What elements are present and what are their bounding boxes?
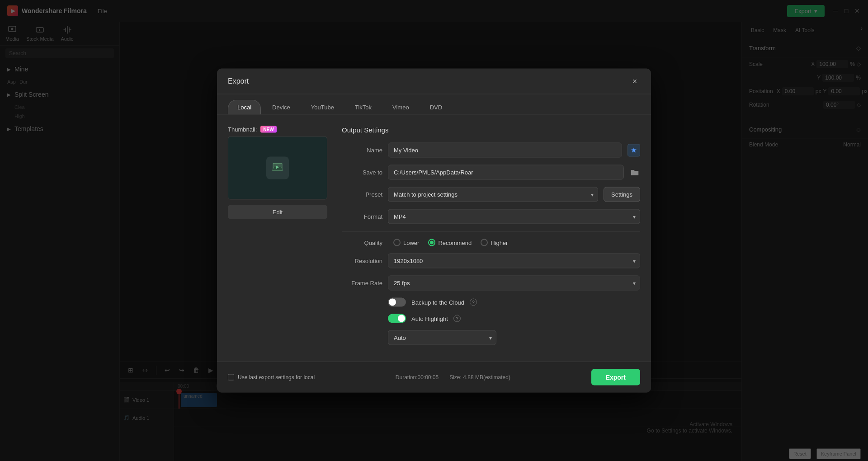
modal-body: Thumbnail: NEW Edit Output Settings Name — [217, 115, 651, 362]
name-label: Name — [342, 147, 382, 154]
quality-label: Quality — [342, 239, 382, 246]
save-to-row: Save to — [342, 165, 640, 180]
format-select-wrap: MP4 ▾ — [388, 209, 640, 224]
resolution-label: Resolution — [342, 258, 382, 264]
preset-select[interactable]: Match to project settings — [388, 187, 598, 202]
backup-cloud-knob — [389, 299, 396, 306]
higher-label: Higher — [491, 239, 508, 246]
thumbnail-label-row: Thumbnail: NEW — [228, 126, 327, 133]
radio-higher[interactable] — [481, 239, 488, 246]
save-to-label: Save to — [342, 169, 382, 176]
export-final-button[interactable]: Export — [591, 369, 640, 386]
thumbnail-icon — [266, 157, 289, 179]
last-settings-label: Use last export settings for local — [238, 374, 315, 381]
auto-highlight-toggle[interactable] — [388, 314, 406, 323]
modal-footer: Use last export settings for local Durat… — [217, 362, 651, 393]
frame-rate-label: Frame Rate — [342, 280, 382, 287]
export-modal: Export × Local Device YouTube TikTok Vim… — [217, 69, 651, 393]
settings-button[interactable]: Settings — [604, 187, 640, 202]
resolution-row: Resolution 1920x1080 ▾ — [342, 254, 640, 268]
lower-label: Lower — [403, 239, 419, 246]
auto-highlight-row: Auto Highlight ? — [342, 314, 640, 323]
name-input[interactable] — [388, 143, 622, 158]
modal-title: Export — [228, 77, 249, 85]
preset-label: Preset — [342, 191, 382, 198]
modal-close-button[interactable]: × — [629, 76, 640, 87]
radio-lower[interactable] — [393, 239, 401, 246]
frame-rate-row: Frame Rate 25 fps ▾ — [342, 276, 640, 291]
backup-cloud-label: Backup to the Cloud — [411, 299, 464, 306]
last-settings-checkbox[interactable] — [228, 374, 234, 381]
duration-info: Duration:00:00:05 — [396, 374, 439, 381]
format-row: Format MP4 ▾ — [342, 209, 640, 224]
output-section: Output Settings Name Save to — [342, 126, 640, 351]
radio-recommend[interactable] — [428, 239, 435, 246]
name-row: Name — [342, 143, 640, 158]
format-label: Format — [342, 213, 382, 220]
highlight-mode-select[interactable]: Auto — [388, 330, 496, 345]
highlight-mode-row: Auto ▾ — [342, 330, 640, 345]
modal-header: Export × — [217, 69, 651, 94]
thumbnail-section: Thumbnail: NEW Edit — [228, 126, 327, 351]
preset-row: Preset Match to project settings ▾ Setti… — [342, 187, 640, 202]
output-title: Output Settings — [342, 126, 640, 134]
tab-youtube[interactable]: YouTube — [302, 100, 344, 115]
divider-1 — [342, 231, 640, 232]
tab-local[interactable]: Local — [228, 100, 261, 115]
preset-select-wrap: Match to project settings ▾ — [388, 187, 598, 202]
save-to-input[interactable] — [388, 165, 624, 180]
resolution-select[interactable]: 1920x1080 — [388, 254, 640, 268]
frame-rate-select[interactable]: 25 fps — [388, 276, 640, 291]
auto-highlight-label: Auto Highlight — [411, 315, 448, 322]
new-badge: NEW — [260, 126, 276, 133]
highlight-help-icon[interactable]: ? — [453, 315, 461, 322]
backup-cloud-row: Backup to the Cloud ? — [342, 298, 640, 307]
thumbnail-text: Thumbnail: — [228, 126, 257, 133]
resolution-select-wrap: 1920x1080 ▾ — [388, 254, 640, 268]
tab-vimeo[interactable]: Vimeo — [383, 100, 419, 115]
highlight-mode-select-wrap: Auto ▾ — [388, 330, 496, 345]
backup-help-icon[interactable]: ? — [470, 299, 477, 306]
recommend-label: Recommend — [438, 239, 472, 246]
size-info: Size: 4.88 MB(estimated) — [449, 374, 510, 381]
tab-dvd[interactable]: DVD — [420, 100, 452, 115]
quality-recommend[interactable]: Recommend — [428, 239, 472, 246]
quality-radio-group: Lower Recommend Higher — [393, 239, 508, 246]
edit-thumbnail-button[interactable]: Edit — [228, 205, 327, 219]
quality-higher[interactable]: Higher — [481, 239, 508, 246]
export-tabs: Local Device YouTube TikTok Vimeo DVD — [217, 94, 651, 115]
thumbnail-preview[interactable] — [228, 136, 327, 200]
footer-left: Use last export settings for local — [228, 374, 315, 381]
folder-icon[interactable] — [629, 167, 640, 178]
ai-icon[interactable] — [627, 144, 640, 156]
frame-rate-select-wrap: 25 fps ▾ — [388, 276, 640, 291]
quality-lower[interactable]: Lower — [393, 239, 419, 246]
quality-row: Quality Lower Recommend Higher — [342, 239, 640, 246]
format-select[interactable]: MP4 — [388, 209, 640, 224]
auto-highlight-knob — [398, 315, 405, 322]
tab-device[interactable]: Device — [263, 100, 300, 115]
backup-cloud-toggle[interactable] — [388, 298, 406, 307]
tab-tiktok[interactable]: TikTok — [345, 100, 381, 115]
footer-info: Duration:00:00:05 Size: 4.88 MB(estimate… — [396, 374, 510, 381]
